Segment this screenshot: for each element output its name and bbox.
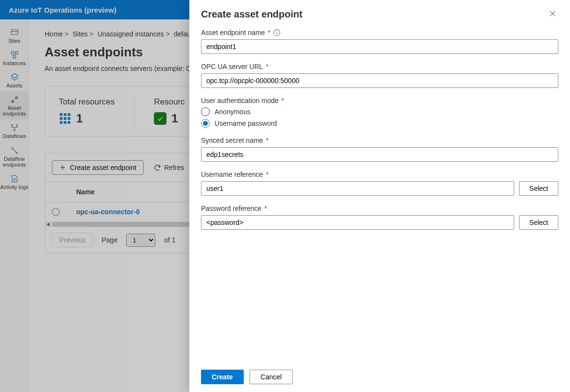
svg-rect-21 bbox=[60, 121, 62, 123]
svg-rect-2 bbox=[11, 51, 14, 54]
svg-rect-15 bbox=[60, 113, 62, 116]
create-endpoint-flyout: Create asset endpoint Asset endpoint nam… bbox=[189, 0, 570, 392]
username-select-button[interactable]: Select bbox=[519, 181, 558, 196]
svg-rect-19 bbox=[64, 117, 66, 119]
breadcrumb-item[interactable]: Unassigned instances bbox=[98, 30, 164, 38]
button-label: Create asset endpoint bbox=[70, 164, 136, 171]
appbar-title: Azure IoT Operations (preview) bbox=[9, 6, 117, 14]
username-ref-input[interactable] bbox=[201, 181, 514, 196]
button-label: Refres bbox=[164, 164, 184, 171]
create-button[interactable]: Create bbox=[201, 370, 244, 384]
password-ref-label: Password reference bbox=[201, 205, 262, 212]
card-title: Resourc bbox=[154, 97, 184, 107]
plus-icon bbox=[59, 164, 66, 171]
sidenav-label: Dataflow endpoints bbox=[0, 156, 29, 168]
row-select[interactable] bbox=[52, 208, 60, 216]
sidenav-item-dataflow-endpoints[interactable]: Dataflow endpoints bbox=[0, 142, 29, 170]
sidenav-label: Asset endpoints bbox=[0, 105, 29, 117]
svg-point-10 bbox=[14, 130, 15, 131]
sidenav-item-instances[interactable]: Instances bbox=[0, 47, 29, 69]
sidenav-label: Activity logs bbox=[0, 184, 28, 190]
grid-icon bbox=[59, 112, 71, 125]
refresh-icon bbox=[153, 164, 161, 171]
endpoint-icon bbox=[10, 95, 19, 104]
svg-rect-0 bbox=[11, 30, 18, 35]
info-icon[interactable]: i bbox=[273, 29, 280, 36]
svg-rect-23 bbox=[67, 121, 70, 123]
sidenav: Sites Instances Assets Asset endpoints D… bbox=[0, 19, 29, 392]
svg-rect-20 bbox=[67, 117, 70, 119]
sidenav-item-dataflows[interactable]: Dataflows bbox=[0, 119, 29, 142]
svg-marker-26 bbox=[47, 222, 50, 226]
svg-rect-16 bbox=[64, 113, 66, 116]
card-total-resources: Total resources 1 bbox=[59, 97, 134, 125]
svg-rect-3 bbox=[15, 51, 17, 54]
svg-rect-4 bbox=[13, 56, 16, 58]
close-icon[interactable] bbox=[549, 10, 558, 19]
card-value: 1 bbox=[171, 112, 178, 125]
sidenav-label: Sites bbox=[8, 38, 20, 44]
sidenav-label: Dataflows bbox=[2, 133, 26, 139]
radio-label: Username password bbox=[215, 119, 277, 127]
auth-anonymous-radio[interactable]: Anonymous bbox=[201, 107, 558, 116]
card-title: Total resources bbox=[59, 97, 115, 107]
sidenav-label: Instances bbox=[3, 60, 26, 66]
create-asset-endpoint-button[interactable]: Create asset endpoint bbox=[52, 160, 144, 175]
password-select-button[interactable]: Select bbox=[519, 215, 558, 230]
assets-icon bbox=[10, 73, 19, 82]
dataflow-icon bbox=[10, 123, 19, 132]
page-select[interactable]: 1 bbox=[126, 234, 155, 247]
sidenav-item-activity-logs[interactable]: Activity logs bbox=[0, 170, 29, 193]
sidenav-item-asset-endpoints[interactable]: Asset endpoints bbox=[0, 91, 29, 119]
svg-rect-17 bbox=[67, 113, 70, 116]
instances-icon bbox=[10, 51, 19, 59]
previous-button[interactable]: Previous bbox=[52, 233, 93, 247]
svg-point-11 bbox=[12, 148, 13, 149]
svg-marker-5 bbox=[11, 74, 18, 78]
check-icon bbox=[154, 112, 167, 125]
breadcrumb-item[interactable]: Home bbox=[45, 30, 63, 38]
flyout-title: Create asset endpoint bbox=[201, 9, 302, 20]
svg-point-8 bbox=[11, 125, 13, 126]
secret-name-label: Synced secret name bbox=[201, 136, 263, 144]
cancel-button[interactable]: Cancel bbox=[250, 370, 293, 384]
svg-point-9 bbox=[16, 125, 17, 126]
sidenav-item-sites[interactable]: Sites bbox=[0, 24, 29, 47]
endpoint-name-label: Asset endpoint name bbox=[201, 29, 265, 36]
breadcrumb-item[interactable]: Sites bbox=[72, 30, 87, 38]
server-url-label: OPC UA server URL bbox=[201, 63, 263, 70]
page-of-label: of 1 bbox=[164, 236, 175, 244]
auth-mode-label: User authentication mode bbox=[201, 97, 279, 104]
auth-userpass-radio[interactable]: Username password bbox=[201, 119, 558, 128]
username-ref-label: Username reference bbox=[201, 170, 263, 178]
svg-rect-22 bbox=[64, 121, 66, 123]
password-ref-input[interactable] bbox=[201, 215, 514, 230]
dataflow-endpoint-icon bbox=[10, 146, 19, 155]
page-label: Page bbox=[101, 236, 117, 244]
log-icon bbox=[10, 174, 19, 183]
sidenav-item-assets[interactable]: Assets bbox=[0, 69, 29, 91]
server-url-input[interactable] bbox=[201, 73, 558, 88]
svg-point-12 bbox=[16, 152, 17, 153]
radio-label: Anonymous bbox=[215, 108, 251, 116]
secret-name-input[interactable] bbox=[201, 147, 558, 162]
refresh-button[interactable]: Refres bbox=[153, 164, 184, 171]
site-icon bbox=[10, 28, 19, 37]
card-value: 1 bbox=[76, 112, 83, 125]
endpoint-name-input[interactable] bbox=[201, 39, 558, 54]
sidenav-label: Assets bbox=[6, 83, 22, 88]
svg-rect-18 bbox=[60, 117, 62, 119]
